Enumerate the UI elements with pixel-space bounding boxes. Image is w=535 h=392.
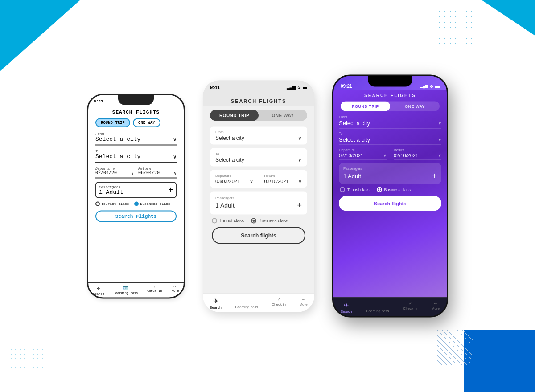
final-passengers-card: Passengers 1 Adult + xyxy=(339,163,441,184)
final-time: 09:21 xyxy=(341,84,352,89)
sketch-nav-more[interactable]: ··· More xyxy=(172,285,179,295)
sketch-from-chevron: ∨ xyxy=(173,135,177,143)
wire-dep-label: Departure xyxy=(215,173,253,177)
final-from-field[interactable]: From Select a city ∨ xyxy=(339,115,441,129)
final-nav-search[interactable]: ✈ Search xyxy=(341,302,352,314)
final-round-trip-btn[interactable]: ROUND TRIP xyxy=(341,102,390,111)
phone-final: 09:21 ▂▄▆ ⊙ ▬ SEARCH FLIGHTS ROUND TRIP … xyxy=(332,75,448,318)
wire-from-field[interactable]: From Select a city ∨ xyxy=(210,126,307,144)
sketch-business-radio[interactable]: Business class xyxy=(134,201,170,206)
final-form: From Select a city ∨ To Select a city ∨ xyxy=(333,115,447,298)
final-return-col[interactable]: Return 02/10/2021 ∨ xyxy=(394,148,441,160)
sketch-pass-label: Passengers xyxy=(99,184,123,188)
wire-business-radio[interactable]: Business class xyxy=(251,218,288,223)
wire-search-btn[interactable]: Search flights xyxy=(212,227,305,244)
wire-search-icon: ✈ xyxy=(213,297,218,304)
wire-to-value: Select a city ∨ xyxy=(215,156,302,163)
wire-tourist-radio[interactable]: Tourist class xyxy=(212,218,244,223)
final-nav-checkin[interactable]: ✓ Check-in xyxy=(403,302,417,314)
wire-return-col[interactable]: Return 03/10/2021 ∨ xyxy=(259,170,308,188)
final-search-icon: ✈ xyxy=(344,302,349,309)
sketch-content: SEARCH FLIGHTS ROUND TRIP ONE WAY From S… xyxy=(88,107,184,282)
wire-nav-more[interactable]: ··· More xyxy=(299,297,307,309)
final-title: SEARCH FLIGHTS xyxy=(333,90,447,100)
wire-nav-boarding[interactable]: ≡ Boarding pass xyxy=(235,297,258,309)
wire-screen: SEARCH FLIGHTS ROUND TRIP ONE WAY From S… xyxy=(203,94,314,293)
sketch-passengers[interactable]: Passengers 1 Adult + xyxy=(95,182,177,198)
wire-ret-value: 03/10/2021 ∨ xyxy=(264,178,302,184)
sketch-pass-value: 1 Adult xyxy=(99,188,123,195)
wire-nav: ✈ Search ≡ Boarding pass ✓ Check-in ··· … xyxy=(203,293,314,312)
final-screen: SEARCH FLIGHTS ROUND TRIP ONE WAY From S… xyxy=(333,90,447,298)
wire-nav-checkin[interactable]: ✓ Check-in xyxy=(272,297,286,309)
wire-dep-chevron: ∨ xyxy=(250,178,253,184)
sketch-nav-boarding[interactable]: 🪪 Boarding pass xyxy=(114,285,138,295)
sketch-ret-value: 06/04/20 ∨ xyxy=(138,170,177,176)
sketch-round-trip-btn[interactable]: ROUND TRIP xyxy=(95,118,130,127)
sketch-return[interactable]: Return 06/04/20 ∨ xyxy=(138,166,177,176)
sketch-tourist-radio[interactable]: Tourist class xyxy=(95,201,129,206)
sketch-checkin-icon: ✓ xyxy=(154,285,156,288)
sketch-from-field[interactable]: From Select a city ∨ xyxy=(95,131,177,145)
final-departure-col[interactable]: Departure 02/10/2021 ∨ xyxy=(339,148,387,160)
final-pass-label: Passengers xyxy=(343,167,437,171)
final-toggle[interactable]: ROUND TRIP ONE WAY xyxy=(341,102,440,111)
sketch-to-field[interactable]: To Select a city ∨ xyxy=(95,149,177,163)
final-checkin-icon: ✓ xyxy=(409,302,412,306)
sketch-nav-checkin[interactable]: ✓ Check-in xyxy=(147,285,162,295)
sketch-one-way-btn[interactable]: ONE WAY xyxy=(133,118,160,127)
final-ret-value: 02/10/2021 ∨ xyxy=(394,153,441,160)
sketch-nav-search[interactable]: ✈ Search xyxy=(93,285,104,295)
final-nav: ✈ Search ≡ Boarding pass ✓ Check-in ··· … xyxy=(333,298,447,316)
wire-status-icons: ▂▄▆ ⊙ ▬ xyxy=(287,85,307,90)
wire-status-bar: 9:41 ▂▄▆ ⊙ ▬ xyxy=(203,80,314,94)
final-nav-boarding[interactable]: ≡ Boarding pass xyxy=(366,302,389,314)
wire-to-chevron: ∨ xyxy=(298,156,302,163)
final-search-btn[interactable]: Search flights xyxy=(339,196,441,211)
sketch-from-value: Select a city ∨ xyxy=(95,135,177,143)
wire-departure-col[interactable]: Departure 03/03/2021 ∨ xyxy=(210,170,259,188)
wire-toggle[interactable]: ROUND TRIP ONE WAY xyxy=(210,110,307,121)
final-dep-chevron: ∨ xyxy=(383,153,387,158)
final-ret-chevron: ∨ xyxy=(438,153,441,158)
wire-dep-value: 03/03/2021 ∨ xyxy=(215,178,253,184)
wire-boarding-icon: ≡ xyxy=(245,297,248,304)
bg-dots-tr xyxy=(437,9,482,45)
sketch-search-icon: ✈ xyxy=(97,285,100,291)
sketch-add-passenger-icon[interactable]: + xyxy=(168,185,173,195)
wire-tourist-circle xyxy=(212,218,217,223)
wire-add-passenger-btn[interactable]: + xyxy=(297,200,302,210)
final-boarding-icon: ≡ xyxy=(376,302,379,308)
sketch-title: SEARCH FLIGHTS xyxy=(95,109,177,114)
final-nav-more[interactable]: ··· More xyxy=(432,302,440,314)
sketch-to-value: Select a city ∨ xyxy=(95,153,177,160)
final-to-field[interactable]: To Select a city ∨ xyxy=(339,131,441,145)
wire-nav-search[interactable]: ✈ Search xyxy=(210,297,222,309)
final-to-chevron: ∨ xyxy=(438,137,441,142)
wire-from-value: Select a city ∨ xyxy=(215,135,302,141)
final-tourist-radio[interactable]: Tourist class xyxy=(340,187,370,192)
sketch-ret-label: Return xyxy=(138,166,177,170)
final-from-value: Select a city ∨ xyxy=(339,120,441,129)
sketch-boarding-icon: 🪪 xyxy=(123,285,129,290)
bg-dots-bl xyxy=(9,347,45,374)
wire-battery-icon: ▬ xyxy=(303,85,307,90)
wire-to-field[interactable]: To Select a city ∨ xyxy=(210,148,307,166)
final-notch xyxy=(368,76,412,87)
phone-sketch: 9:41 SEARCH FLIGHTS ROUND TRIP ONE WAY F… xyxy=(87,94,185,298)
final-business-radio[interactable]: Business class xyxy=(377,187,411,192)
wire-round-trip-btn[interactable]: ROUND TRIP xyxy=(210,110,259,121)
sketch-notch xyxy=(118,95,154,105)
wire-dates-group: Departure 03/03/2021 ∨ Return 03/10/2021… xyxy=(210,170,307,188)
wire-to-group: To Select a city ∨ xyxy=(210,148,307,166)
sketch-search-btn[interactable]: Search Flights xyxy=(95,210,177,222)
final-dep-value: 02/10/2021 ∨ xyxy=(339,153,387,160)
wire-from-chevron: ∨ xyxy=(298,135,302,141)
final-add-passenger-btn[interactable]: + xyxy=(432,172,437,181)
wire-time: 9:41 xyxy=(210,84,220,90)
wire-one-way-btn[interactable]: ONE WAY xyxy=(259,110,307,121)
final-one-way-btn[interactable]: ONE WAY xyxy=(390,102,440,111)
sketch-dep-label: Departure xyxy=(95,166,134,170)
sketch-departure[interactable]: Departure 02/04/20 ∨ xyxy=(95,166,134,176)
sketch-toggle[interactable]: ROUND TRIP ONE WAY xyxy=(95,118,177,127)
